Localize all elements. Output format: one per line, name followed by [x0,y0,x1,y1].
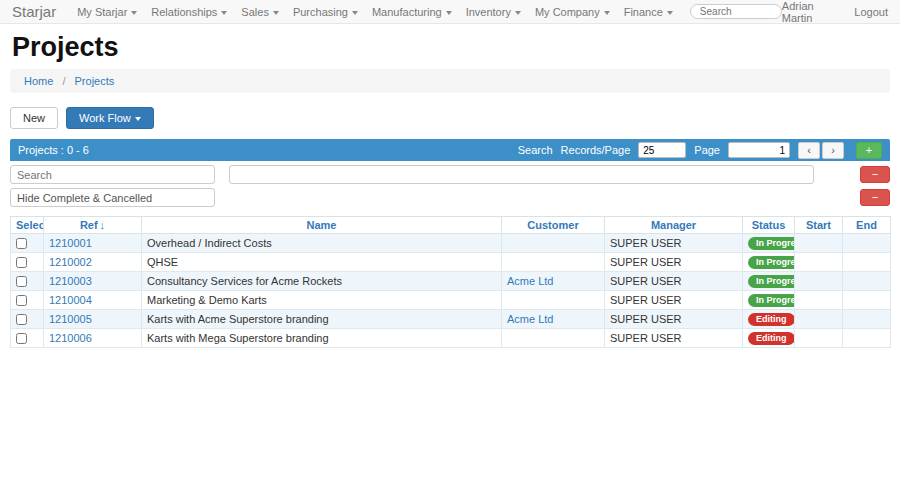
start-date-cell [795,329,843,348]
panel-header: Projects : 0 - 6 Search Records/Page Pag… [10,139,890,161]
column-header-end[interactable]: End [843,217,891,234]
start-date-cell [795,291,843,310]
table-row: 1210001Overhead / Indirect CostsSUPER US… [11,234,891,253]
project-name: QHSE [142,253,502,272]
start-date-cell [795,272,843,291]
nav-item-inventory[interactable]: Inventory [466,6,521,18]
column-header-name[interactable]: Name [142,217,502,234]
breadcrumb-home-link[interactable]: Home [24,75,53,87]
next-page-button[interactable]: › [822,142,844,159]
project-ref-link[interactable]: 1210004 [49,294,92,306]
remove-filter-button[interactable]: − [860,166,890,183]
breadcrumb-current-link[interactable]: Projects [75,75,115,87]
page-label: Page [694,144,720,156]
table-row: 1210004Marketing & Demo KartsSUPER USERI… [11,291,891,310]
filter-row-status: − [10,188,890,207]
page-number-input[interactable] [728,142,790,158]
project-name: Karts with Mega Superstore branding [142,329,502,348]
actions-toolbar: New Work Flow [10,107,890,129]
project-manager: SUPER USER [605,234,743,253]
brand-logo[interactable]: Starjar [12,3,56,20]
status-badge: In Progress [748,237,795,250]
nav-item-sales[interactable]: Sales [241,6,279,18]
top-navbar: Starjar My StarjarRelationshipsSalesPurc… [0,0,900,24]
start-date-cell [795,310,843,329]
user-menu[interactable]: Adrian Martin [782,0,833,24]
row-select-checkbox[interactable] [16,295,27,306]
row-select-checkbox[interactable] [16,238,27,249]
project-manager: SUPER USER [605,310,743,329]
end-date-cell [843,291,891,310]
nav-item-my-company[interactable]: My Company [535,6,610,18]
chevron-down-icon [446,11,452,15]
row-select-checkbox[interactable] [16,314,27,325]
new-button[interactable]: New [10,107,58,129]
project-name: Consultancy Services for Acme Rockets [142,272,502,291]
status-badge: In Progress [748,294,795,307]
end-date-cell [843,272,891,291]
column-header-customer[interactable]: Customer [502,217,605,234]
nav-search [690,4,782,19]
column-header-select[interactable]: Select [11,217,44,234]
table-row: 1210005Karts with Acme Superstore brandi… [11,310,891,329]
row-select-checkbox[interactable] [16,276,27,287]
project-manager: SUPER USER [605,272,743,291]
nav-item-my-starjar[interactable]: My Starjar [77,6,137,18]
nav-item-manufacturing[interactable]: Manufacturing [372,6,452,18]
end-date-cell [843,253,891,272]
customer-link[interactable]: Acme Ltd [507,313,553,325]
records-per-page-input[interactable] [638,142,686,158]
chevron-down-icon [135,117,141,121]
project-ref-link[interactable]: 1210006 [49,332,92,344]
chevron-down-icon [667,11,673,15]
prev-page-button[interactable]: ‹ [798,142,820,159]
workflow-dropdown-button[interactable]: Work Flow [66,107,154,129]
start-date-cell [795,234,843,253]
project-ref-link[interactable]: 1210005 [49,313,92,325]
filter-row-search: − [10,165,890,184]
table-row: 1210003Consultancy Services for Acme Roc… [11,272,891,291]
breadcrumb-separator: / [62,75,65,87]
end-date-cell [843,234,891,253]
nav-item-finance[interactable]: Finance [624,6,673,18]
project-manager: SUPER USER [605,253,743,272]
table-row: 1210002QHSESUPER USERIn Progress [11,253,891,272]
status-badge: Editing [748,332,795,345]
logout-link[interactable]: Logout [854,6,888,18]
filter-value-input[interactable] [229,165,814,184]
sort-desc-icon: ↓ [100,219,106,231]
row-select-checkbox[interactable] [16,257,27,268]
end-date-cell [843,329,891,348]
table-header-row: SelectRef↓NameCustomerManagerStatusStart… [11,217,891,234]
breadcrumb: Home / Projects [10,69,890,93]
column-header-ref[interactable]: Ref↓ [44,217,142,234]
customer-link[interactable]: Acme Ltd [507,275,553,287]
column-header-manager[interactable]: Manager [605,217,743,234]
status-badge: In Progress [748,275,795,288]
row-select-checkbox[interactable] [16,333,27,344]
panel-controls: Search Records/Page Page ‹ › + [518,142,882,159]
column-header-status[interactable]: Status [743,217,795,234]
add-button[interactable]: + [856,142,882,159]
nav-item-purchasing[interactable]: Purchasing [293,6,358,18]
customer-cell [502,291,605,310]
panel-search-button[interactable]: Search [518,144,553,156]
project-manager: SUPER USER [605,329,743,348]
filter-search-input[interactable] [10,165,215,184]
customer-cell [502,234,605,253]
status-filter-select[interactable] [10,188,215,207]
project-name: Marketing & Demo Karts [142,291,502,310]
chevron-down-icon [221,11,227,15]
column-header-start[interactable]: Start [795,217,843,234]
project-ref-link[interactable]: 1210002 [49,256,92,268]
navbar-search-input[interactable] [690,4,782,19]
chevron-down-icon [604,11,610,15]
table-body: 1210001Overhead / Indirect CostsSUPER US… [11,234,891,348]
project-ref-link[interactable]: 1210001 [49,237,92,249]
remove-status-filter-button[interactable]: − [860,189,890,206]
nav-item-relationships[interactable]: Relationships [151,6,227,18]
status-badge: Editing [748,313,795,326]
start-date-cell [795,253,843,272]
project-ref-link[interactable]: 1210003 [49,275,92,287]
project-manager: SUPER USER [605,291,743,310]
